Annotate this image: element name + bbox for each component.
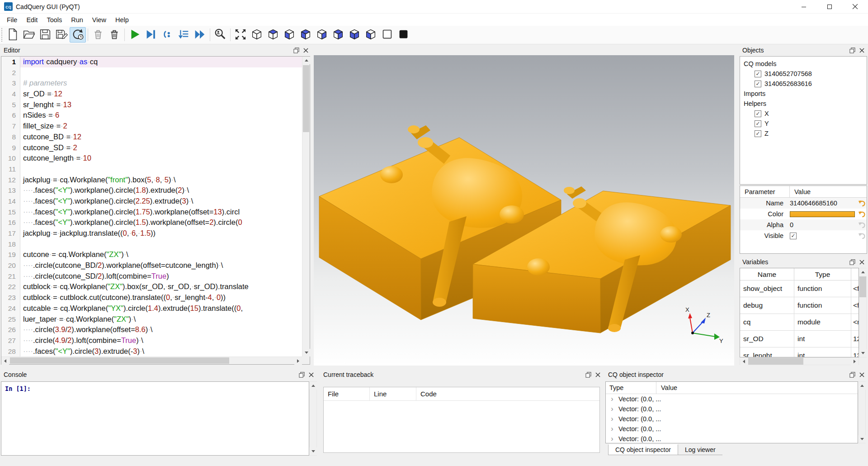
expand-chevron-icon[interactable]: › [606, 395, 618, 403]
fit-view-button[interactable] [232, 27, 249, 43]
line-code[interactable] [20, 239, 302, 250]
tree-item-3140652683616[interactable]: ✓3140652683616 [740, 79, 867, 89]
undo-button[interactable] [857, 200, 867, 207]
cad-model[interactable]: X Z Y [314, 55, 734, 366]
expand-chevron-icon[interactable]: › [606, 415, 618, 423]
line-code[interactable]: ····.faces("<Y").workplane().circle(1.75… [20, 207, 302, 218]
scroll-up-button[interactable] [302, 57, 310, 64]
panel-close-button[interactable] [309, 372, 314, 377]
code-column-header[interactable]: Code [416, 387, 599, 400]
undo-button[interactable] [857, 210, 867, 218]
new-file-button[interactable] [5, 27, 21, 43]
tree-item-z[interactable]: ✓Z [740, 128, 867, 138]
color-swatch[interactable] [790, 211, 855, 217]
parameter-value[interactable]: ✓ [790, 233, 857, 239]
line-code[interactable]: luer_taper·=·cq.Workplane("ZX")·\ [20, 314, 302, 325]
inspector-row[interactable]: ›Vector: (0.0, ... [606, 404, 858, 414]
render-button[interactable] [127, 27, 143, 43]
line-code[interactable]: ····.circle(4.9/2).loft(combine=True)·\ [20, 335, 302, 346]
panel-close-button[interactable] [859, 260, 864, 265]
scroll-down-button[interactable] [302, 349, 310, 357]
name-column-header[interactable]: Name [740, 268, 794, 280]
undo-button[interactable] [857, 221, 867, 229]
panel-float-button[interactable] [299, 372, 305, 378]
scroll-right-button[interactable] [851, 357, 859, 365]
tab-cq-object-inspector[interactable]: CQ object inspector [608, 444, 678, 455]
close-button[interactable] [842, 0, 868, 13]
parameter-value[interactable] [790, 211, 857, 217]
line-code[interactable]: sr_lenght·=·13 [20, 100, 302, 110]
menu-item-edit[interactable]: Edit [22, 15, 42, 25]
scroll-up-button[interactable] [309, 382, 317, 390]
scroll-down-button[interactable] [859, 349, 867, 357]
line-code[interactable]: cutcone_length·=·10 [20, 153, 302, 164]
top-view-button[interactable] [265, 27, 281, 43]
expand-chevron-icon[interactable]: › [606, 425, 618, 433]
tree-item-y[interactable]: ✓Y [740, 119, 867, 128]
expand-chevron-icon[interactable]: › [606, 435, 618, 442]
scroll-left-button[interactable] [1, 357, 9, 365]
save-as-button[interactable] [53, 27, 70, 43]
expand-chevron-icon[interactable]: › [606, 405, 618, 413]
scroll-down-button[interactable] [858, 435, 866, 443]
traceback-table-header[interactable]: File Line Code [324, 387, 599, 401]
scroll-down-button[interactable] [309, 447, 317, 455]
line-code[interactable]: cutcone_BD·=·12 [20, 132, 302, 143]
line-code[interactable]: cutblock·=·cutblock.cut(cutcone).transla… [20, 292, 302, 303]
left-view-button[interactable] [297, 27, 314, 43]
tab-log-viewer[interactable]: Log viewer [678, 445, 722, 455]
inspector-row[interactable]: ›Vector: (0.0, ... [606, 424, 858, 434]
line-code[interactable]: sr_OD·=·12 [20, 89, 302, 100]
menu-item-view[interactable]: View [88, 15, 111, 25]
variable-row-debug[interactable]: debugfunction<f [740, 297, 859, 314]
undo-button[interactable] [857, 232, 867, 240]
tree-checkbox[interactable]: ✓ [755, 71, 761, 77]
scroll-up-button[interactable] [858, 382, 866, 390]
parameter-value[interactable]: 0 [790, 221, 857, 228]
variable-row-show_object[interactable]: show_objectfunction<f [740, 281, 859, 297]
panel-float-button[interactable] [849, 259, 855, 265]
type-column-header[interactable]: Type [606, 382, 656, 394]
line-code[interactable]: import·cadquery·as·cq [20, 57, 302, 67]
parameter-column-header[interactable]: Parameter [740, 186, 790, 197]
shaded-button[interactable] [395, 27, 411, 43]
line-code[interactable]: cutcone·=·cq.Workplane("ZX")·\ [20, 249, 302, 260]
panel-close-button[interactable] [859, 372, 864, 377]
inspector-row[interactable]: ›Vector: (0.0, ... [606, 414, 858, 424]
open-button[interactable] [21, 27, 37, 43]
editor-hscrollbar-thumb[interactable] [10, 357, 229, 364]
variables-table-header[interactable]: Name Type [740, 268, 859, 281]
editor-vscrollbar-thumb[interactable] [303, 65, 309, 132]
debug-button[interactable] [143, 27, 159, 43]
line-code[interactable]: jackplug·=·jackplug.translate((0,·6,·1.5… [20, 228, 302, 239]
line-code[interactable]: ····.circle(3.9/2).workplane(offset=8.6)… [20, 324, 302, 335]
maximize-button[interactable] [816, 0, 842, 13]
tree-item-helpers[interactable]: Helpers [740, 99, 867, 109]
minimize-button[interactable] [791, 0, 816, 13]
inspector-row[interactable]: ›Vector: (0.0, ... [606, 394, 858, 404]
tree-item-imports[interactable]: Imports [740, 89, 867, 99]
line-code[interactable]: jackplug·=·cq.Workplane("front").box(5,·… [20, 175, 302, 185]
line-code[interactable]: fillet_size·=·2 [20, 121, 302, 132]
console-input-area[interactable]: In [1]: [1, 381, 309, 456]
variable-row-cq[interactable]: cqmodule<m [740, 314, 859, 331]
line-code[interactable]: ····.faces("<Y").circle(3).extrude(-3)·\ [20, 346, 302, 357]
panel-close-button[interactable] [595, 372, 600, 377]
scroll-up-button[interactable] [859, 268, 867, 276]
save-button[interactable] [37, 27, 53, 43]
variable-row-sr_OD[interactable]: sr_ODint12 [740, 331, 859, 347]
inspector-table-header[interactable]: Type Value [606, 382, 858, 394]
menu-item-run[interactable]: Run [66, 15, 88, 25]
line-code[interactable]: # parameters [20, 78, 302, 89]
panel-float-button[interactable] [849, 372, 855, 378]
panel-close-button[interactable] [303, 48, 308, 53]
value-column-header[interactable]: Value [656, 384, 677, 391]
right-view-button[interactable] [314, 27, 330, 43]
delete-all-button[interactable] [106, 27, 123, 43]
line-code[interactable]: ····.faces("<Y").workplane().circle(1.8)… [20, 185, 302, 196]
panel-float-button[interactable] [849, 48, 855, 53]
tree-checkbox[interactable]: ✓ [755, 120, 761, 127]
line-code[interactable]: ····.faces("<Y").workplane().circle(2.25… [20, 196, 302, 207]
bottom-view-button[interactable] [281, 27, 297, 43]
delete-button[interactable] [90, 27, 106, 43]
